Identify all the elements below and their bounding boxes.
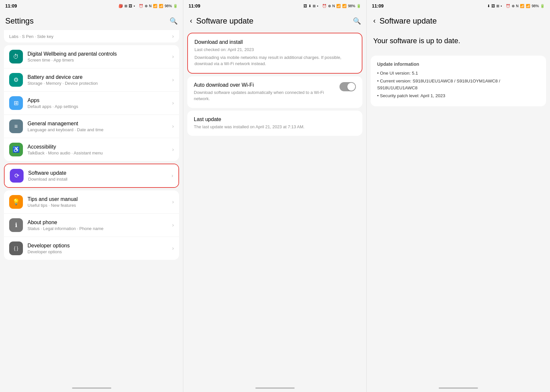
battery-icon-2: 🔋 [357, 4, 361, 8]
nfc-icon: N [149, 4, 152, 8]
accessibility-icon: ♿ [9, 143, 23, 156]
signal-icon: 📶 [159, 4, 163, 8]
alarm3-icon: ⏰ [506, 4, 510, 8]
battery-care-subtitle: Storage · Memory · Device protection [28, 81, 172, 86]
battery-text-2: 98% [348, 4, 355, 8]
digital-wellbeing-icon: ⏱ [9, 50, 23, 63]
accessibility-text: Accessibility TalkBack · Mono audio · As… [28, 144, 172, 155]
last-update-item: Last update The last update was installe… [187, 111, 362, 136]
software-update-item-wrapper[interactable]: ⟳ Software update Download and install › [4, 164, 179, 188]
settings-item-apps[interactable]: ⊞ Apps Default apps · App settings › [4, 92, 179, 115]
settings-section-bottom: 💡 Tips and user manual Useful tips · New… [4, 190, 179, 260]
labs-item[interactable]: Labs · S Pen · Side key › [4, 30, 179, 43]
accessibility-subtitle: TalkBack · Mono audio · Assistant menu [28, 151, 172, 155]
battery-text-1: 98% [165, 4, 172, 8]
settings-item-software-update[interactable]: ⟳ Software update Download and install › [5, 164, 178, 187]
header-left-2: ‹ Software update [189, 16, 253, 26]
nfc3-icon: N [516, 4, 519, 8]
auto-download-row: Auto download over Wi-Fi Download softwa… [194, 82, 356, 102]
home-indicator-3 [367, 384, 550, 392]
digital-wellbeing-chevron: › [172, 54, 174, 60]
software-update-content: Download and install Last checked on: Ap… [183, 30, 366, 384]
general-mgmt-chevron: › [172, 123, 174, 129]
up-to-date-page-title: Software update [379, 16, 437, 26]
toggle-knob [347, 83, 355, 91]
apps-text: Apps Default apps · App settings [28, 98, 172, 109]
apps-chevron: › [172, 100, 174, 106]
bluetooth3-icon: ⊛ [512, 4, 515, 8]
home-bar-2 [255, 387, 295, 389]
apps-icon: ⊞ [9, 96, 23, 110]
settings-title: Settings [5, 16, 34, 26]
alarm2-icon: ⏰ [322, 4, 327, 8]
software-update-chevron: › [172, 173, 173, 179]
about-phone-icon: ℹ [9, 218, 23, 232]
battery-care-text: Battery and device care Storage · Memory… [28, 74, 172, 86]
settings-item-general[interactable]: ≡ General management Language and keyboa… [4, 115, 179, 138]
settings-item-tips[interactable]: 💡 Tips and user manual Useful tips · New… [4, 190, 179, 214]
last-update-subtitle: The last update was installed on April 2… [194, 124, 356, 130]
panel-up-to-date: 11:09 ⬇ 🖼 ⊞ • ⏰ ⊛ N 📶 📶 98% 🔋 ‹ Software… [367, 0, 550, 392]
panel-settings: 11:09 🎒 ⊞ 🖼 • ⏰ ⊛ N 📶 📶 98% 🔋 Settings 🔍… [0, 0, 183, 392]
signal2-icon: 📶 [342, 4, 347, 8]
settings-search-button[interactable]: 🔍 [170, 17, 178, 25]
digital-wellbeing-title: Digital Wellbeing and parental controls [28, 51, 172, 57]
settings-list: Labs · S Pen · Side key › ⏱ Digital Well… [0, 30, 183, 384]
auto-download-toggle[interactable] [339, 82, 356, 91]
bluetooth-icon: ⊛ [145, 4, 148, 8]
photo2-icon: 🖼 [303, 4, 307, 8]
software-update-page-title: Software update [196, 16, 253, 26]
wifi2-icon: 📶 [336, 4, 341, 8]
about-phone-text: About phone Status · Legal information ·… [28, 220, 172, 231]
bluetooth2-icon: ⊛ [328, 4, 331, 8]
software-update-header: ‹ Software update 🔍 [183, 12, 366, 30]
settings-item-digital-wellbeing[interactable]: ⏱ Digital Wellbeing and parental control… [4, 45, 179, 68]
auto-download-title: Auto download over Wi-Fi [194, 82, 334, 88]
settings-item-developer[interactable]: { } Developer options Developer options … [4, 237, 179, 260]
back-button-3[interactable]: ‹ [372, 17, 377, 25]
download2-icon: ⬇ [308, 4, 311, 8]
general-mgmt-title: General management [28, 121, 172, 127]
download-install-title: Download and install [194, 39, 355, 45]
general-mgmt-text: General management Language and keyboard… [28, 121, 172, 132]
up-to-date-message: Your software is up to date. [373, 37, 543, 45]
software-update-text: Software update Download and install [28, 170, 172, 182]
accessibility-title: Accessibility [28, 144, 172, 150]
last-update-card: Last update The last update was installe… [187, 111, 362, 136]
software-update-search-button[interactable]: 🔍 [353, 17, 361, 25]
download3-icon: ⬇ [487, 4, 490, 8]
download-install-card[interactable]: Download and install Last checked on: Ap… [187, 33, 362, 74]
status-bar-2: 11:09 🖼 ⬇ ⊞ • ⏰ ⊛ N 📶 📶 98% 🔋 [183, 0, 366, 12]
update-info-line-3: • Security patch level: April 1, 2023 [377, 93, 540, 99]
settings-header: Settings 🔍 [0, 12, 183, 30]
developer-icon: { } [9, 241, 23, 255]
dot2-icon: • [317, 4, 318, 8]
last-update-title: Last update [194, 116, 356, 122]
settings-item-accessibility[interactable]: ♿ Accessibility TalkBack · Mono audio · … [4, 138, 179, 161]
home-indicator-1 [0, 384, 183, 392]
tips-subtitle: Useful tips · New features [28, 203, 172, 208]
bag-icon: 🎒 [119, 4, 123, 8]
auto-download-subtitle: Download software updates automatically … [194, 89, 334, 102]
general-mgmt-icon: ≡ [9, 119, 23, 133]
labs-chevron: › [172, 33, 174, 39]
apps-title: Apps [28, 98, 172, 103]
panel-software-update: 11:09 🖼 ⬇ ⊞ • ⏰ ⊛ N 📶 📶 98% 🔋 ‹ Software… [183, 0, 367, 392]
auto-download-card: Auto download over Wi-Fi Download softwa… [187, 76, 362, 108]
dot-icon: • [134, 4, 135, 8]
status-time-3: 11:09 [372, 3, 384, 9]
back-button-2[interactable]: ‹ [189, 17, 193, 25]
developer-text: Developer options Developer options [28, 243, 172, 254]
software-update-title: Software update [28, 170, 172, 176]
up-to-date-content: Your software is up to date. Update info… [367, 30, 550, 384]
about-phone-title: About phone [28, 220, 172, 225]
grid-icon: ⊞ [124, 4, 127, 8]
settings-item-about-phone[interactable]: ℹ About phone Status · Legal information… [4, 214, 179, 237]
settings-item-battery[interactable]: ⚙ Battery and device care Storage · Memo… [4, 68, 179, 92]
grid3-icon: ⊞ [496, 4, 499, 8]
wifi-icon: 📶 [153, 4, 157, 8]
accessibility-chevron: › [172, 147, 174, 152]
tips-icon: 💡 [9, 195, 23, 209]
home-indicator-2 [183, 384, 366, 392]
apps-subtitle: Default apps · App settings [28, 104, 172, 109]
